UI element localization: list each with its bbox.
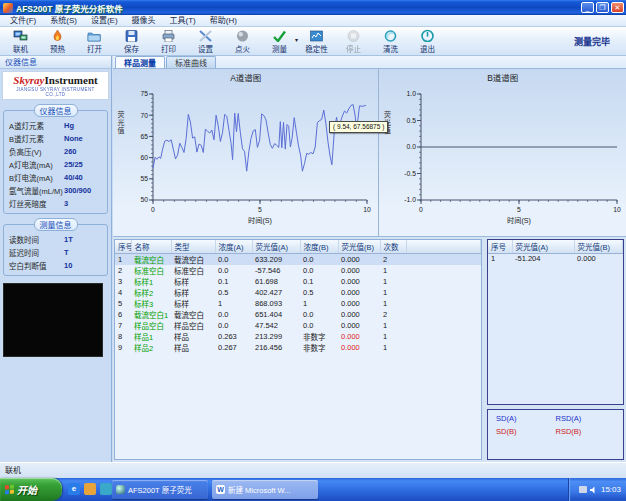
table-row[interactable]: 3标样1标样0.161.6980.10.0001 — [115, 276, 481, 287]
quicklaunch-browser-icon[interactable]: e — [68, 483, 80, 495]
column-header[interactable]: 序号 — [488, 240, 512, 253]
taskbar-clock: 15:03 — [601, 485, 621, 494]
cell-fluo_b: 0.000 — [338, 331, 380, 342]
instrument-info-group: 仪器信息 A道灯元素HgB道灯元素None负高压(V)260A灯电流(mA)25… — [3, 104, 108, 214]
cell-fluo_a: 633.209 — [252, 253, 300, 265]
cell: 0.000 — [574, 253, 623, 264]
cell-fluo_b: 0.000 — [338, 298, 380, 309]
cell-fluo_b: 0.000 — [338, 287, 380, 298]
settings-label: 设置 — [198, 43, 213, 54]
column-header[interactable]: 荧光值(A) — [252, 240, 300, 253]
restore-button[interactable]: ❐ — [596, 2, 609, 13]
save-button[interactable]: 保存 — [113, 28, 150, 55]
column-header[interactable]: 浓度(A) — [215, 240, 252, 253]
cell-conc_a: 0.0 — [215, 309, 252, 320]
table-row[interactable]: 1载流空白载流空白0.0633.2090.00.0002 — [115, 253, 481, 265]
table-row[interactable]: 5标样3标样1868.09310.0001 — [115, 298, 481, 309]
cell-conc_a: 0.0 — [215, 320, 252, 331]
cell-name: 载流空白1 — [131, 309, 171, 320]
taskbar-item-word-doc-label: 新建 Microsoft W... — [228, 484, 291, 495]
close-button[interactable]: ✕ — [611, 2, 624, 13]
ignite-button[interactable]: 点火 — [224, 28, 261, 55]
column-header[interactable]: 类型 — [171, 240, 215, 253]
charts-area: A道谱图 荧光值 5055606570750510时间(S) B道谱图 荧光值 … — [113, 69, 626, 236]
svg-text:时间(S): 时间(S) — [508, 216, 532, 225]
exit-button[interactable]: 退出 — [409, 28, 446, 55]
brand-tagline: JIANGSU SKYRAY INSTRUMENT CO.,LTD — [8, 87, 103, 98]
cell: -51.204 — [512, 253, 574, 264]
taskbar-item-afs200t[interactable]: AFS200T 原子荧光 — [112, 480, 208, 499]
table-row[interactable]: 1-51.2040.000 — [488, 253, 623, 264]
stat-label: SD(B) — [496, 427, 556, 436]
menu-bar: 文件(F) 系统(S) 设置(E) 摄像头 工具(T) 帮助(H) — [0, 15, 626, 27]
column-header[interactable]: 浓度(B) — [300, 240, 338, 253]
info-row: 读数时间1T — [4, 233, 107, 246]
menu-settings[interactable]: 设置(E) — [84, 15, 125, 27]
tray-volume-icon[interactable] — [590, 486, 598, 494]
taskbar-item-word-doc[interactable]: W 新建 Microsoft W... — [212, 480, 318, 499]
menu-help[interactable]: 帮助(H) — [203, 15, 244, 27]
svg-text:5: 5 — [518, 206, 522, 213]
info-label: 氩气流量(mL/M) — [4, 185, 64, 196]
stability-button[interactable]: 稳定性 — [298, 28, 335, 55]
cell-conc_a: 0.263 — [215, 331, 252, 342]
quicklaunch-desktop-icon[interactable] — [84, 483, 96, 495]
open-button[interactable]: 打开 — [76, 28, 113, 55]
table-row[interactable]: 8样品1样品0.263213.299非数字0.0001 — [115, 331, 481, 342]
info-value: 40/40 — [64, 173, 83, 182]
table-row[interactable]: 6载流空白1载流空白0.0651.4040.00.0002 — [115, 309, 481, 320]
quicklaunch-player-icon[interactable] — [100, 483, 112, 495]
table-row[interactable]: 4标样2标样0.5402.4270.50.0001 — [115, 287, 481, 298]
measure-button[interactable]: 测量 — [261, 28, 298, 55]
cell-fluo_b: 0.000 — [338, 309, 380, 320]
tab-standard-curve[interactable]: 标准曲线 — [166, 56, 216, 68]
start-button[interactable]: 开始 — [0, 478, 62, 501]
menu-camera[interactable]: 摄像头 — [125, 15, 163, 27]
info-label: A灯电流(mA) — [4, 159, 64, 170]
chart-b: B道谱图 荧光值 -1.0-0.50.00.51.00510时间(S) — [378, 69, 626, 236]
table-row[interactable]: 7样品空白样品空白0.047.5420.00.0001 — [115, 320, 481, 331]
ignite-icon — [235, 29, 250, 42]
reading-results-table: 序号荧光值(A)荧光值(B) 1-51.2040.000 — [487, 239, 624, 405]
cell-conc_b: 0.1 — [300, 276, 338, 287]
connect-button[interactable]: 联机 — [2, 28, 39, 55]
start-label: 开始 — [17, 482, 37, 497]
preheat-button[interactable]: 预热 — [39, 28, 76, 55]
column-header[interactable]: 荧光值(A) — [512, 240, 574, 253]
column-header[interactable]: 次数 — [380, 240, 406, 253]
cell: 1 — [488, 253, 512, 264]
column-header[interactable]: 荧光值(B) — [338, 240, 380, 253]
cell-fluo_b: 0.000 — [338, 265, 380, 276]
settings-button[interactable]: 设置 — [187, 28, 224, 55]
minimize-button[interactable]: _ — [581, 2, 594, 13]
menu-tools[interactable]: 工具(T) — [163, 15, 203, 27]
cell-name: 标准空白 — [131, 265, 171, 276]
table-row[interactable]: 9样品2样品0.267216.456非数字0.0001 — [115, 342, 481, 353]
tray-device-icon[interactable] — [579, 486, 587, 493]
tab-sample-measure[interactable]: 样品测量 — [115, 56, 165, 68]
cell-no: 5 — [115, 298, 131, 309]
cell-no: 7 — [115, 320, 131, 331]
clean-button[interactable]: 清洗 — [372, 28, 409, 55]
chart-a-canvas: 5055606570750510时间(S) — [123, 82, 375, 232]
column-header[interactable]: 序号 — [115, 240, 131, 253]
clean-icon — [383, 29, 398, 42]
main-pane: 样品测量 标准曲线 A道谱图 荧光值 5055606570750510时间(S)… — [113, 56, 626, 462]
print-button[interactable]: 打印 — [150, 28, 187, 55]
info-row: 氩气流量(mL/M)300/900 — [4, 184, 107, 197]
column-header[interactable]: 荧光值(B) — [574, 240, 623, 253]
menu-system[interactable]: 系统(S) — [43, 15, 84, 27]
cell-fluo_a: 47.542 — [252, 320, 300, 331]
menu-file[interactable]: 文件(F) — [3, 15, 43, 27]
chart-a-title: A道谱图 — [113, 71, 378, 82]
column-header[interactable]: 名称 — [131, 240, 171, 253]
cell-type: 载流空白 — [171, 309, 215, 320]
table-row[interactable]: 2标准空白标准空白0.0-57.5460.00.0001 — [115, 265, 481, 276]
svg-text:70: 70 — [140, 112, 148, 119]
info-value: 10 — [64, 261, 72, 270]
cell-conc_a: 0.0 — [215, 265, 252, 276]
cell-fluo_b: 0.000 — [338, 320, 380, 331]
quick-launch: e — [68, 483, 112, 495]
svg-text:1.0: 1.0 — [407, 90, 417, 97]
brand-logo: SkyrayInstrument JIANGSU SKYRAY INSTRUME… — [2, 71, 109, 100]
